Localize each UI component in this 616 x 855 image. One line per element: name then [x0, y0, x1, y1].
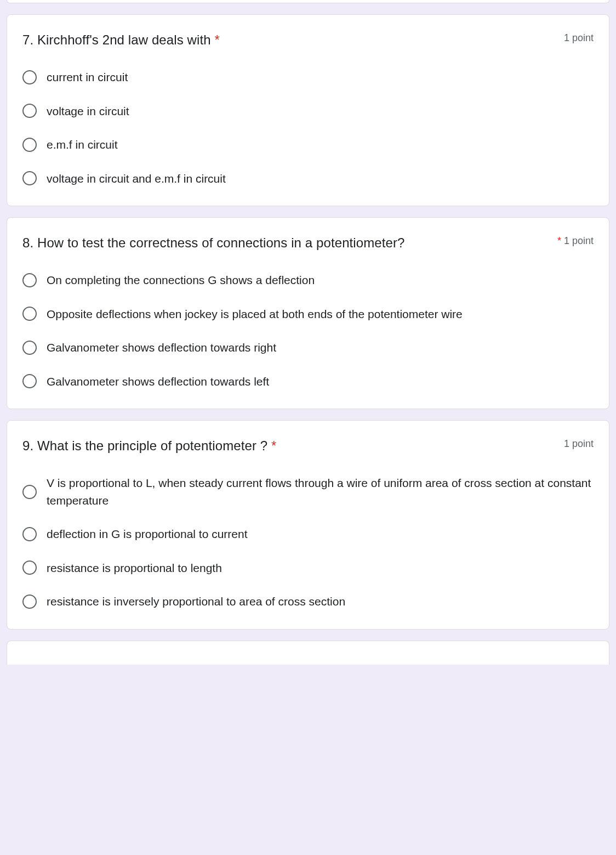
radio-option[interactable]: Opposite deflections when jockey is plac…	[22, 305, 594, 323]
options-group: On completing the connections G shows a …	[22, 271, 594, 390]
option-label: voltage in circuit	[47, 103, 129, 120]
question-text: 7. Kirchhoff's 2nd law deals with	[22, 32, 214, 47]
options-group: V is proportional to L, when steady curr…	[22, 474, 594, 610]
radio-icon	[22, 138, 37, 152]
question-text: 9. What is the principle of potentiomete…	[22, 438, 271, 453]
radio-option[interactable]: Galvanometer shows deflection towards le…	[22, 373, 594, 390]
question-header: 7. Kirchhoff's 2nd law deals with * 1 po…	[22, 30, 594, 50]
required-asterisk: *	[271, 438, 276, 453]
options-group: current in circuit voltage in circuit e.…	[22, 69, 594, 187]
option-label: Opposite deflections when jockey is plac…	[47, 305, 463, 323]
points-text: 1 point	[564, 235, 594, 246]
radio-icon	[22, 341, 37, 355]
points-label: * 1 point	[557, 235, 594, 247]
radio-option[interactable]: voltage in circuit	[22, 103, 594, 120]
radio-option[interactable]: Galvanometer shows deflection towards ri…	[22, 339, 594, 356]
question-card-7: 7. Kirchhoff's 2nd law deals with * 1 po…	[7, 14, 609, 206]
radio-option[interactable]: voltage in circuit and e.m.f in circuit	[22, 170, 594, 188]
question-title: 8. How to test the correctness of connec…	[22, 233, 557, 253]
option-label: resistance is proportional to length	[47, 559, 222, 577]
question-header: 8. How to test the correctness of connec…	[22, 233, 594, 253]
option-label: Galvanometer shows deflection towards le…	[47, 373, 269, 390]
previous-card-stub	[7, 0, 609, 3]
question-title: 7. Kirchhoff's 2nd law deals with *	[22, 30, 564, 50]
radio-icon	[22, 485, 37, 499]
option-label: current in circuit	[47, 69, 128, 86]
radio-icon	[22, 374, 37, 388]
radio-icon	[22, 527, 37, 541]
radio-icon	[22, 104, 37, 118]
radio-option[interactable]: e.m.f in circuit	[22, 136, 594, 154]
radio-option[interactable]: deflection in G is proportional to curre…	[22, 525, 594, 543]
radio-option[interactable]: current in circuit	[22, 69, 594, 86]
radio-option[interactable]: resistance is proportional to length	[22, 559, 594, 577]
radio-option[interactable]: resistance is inversely proportional to …	[22, 593, 594, 610]
radio-icon	[22, 307, 37, 321]
points-label: 1 point	[564, 32, 594, 44]
option-label: V is proportional to L, when steady curr…	[47, 474, 594, 509]
required-asterisk: *	[557, 235, 561, 246]
option-label: resistance is inversely proportional to …	[47, 593, 345, 610]
points-label: 1 point	[564, 438, 594, 450]
question-title: 9. What is the principle of potentiomete…	[22, 436, 564, 456]
option-label: Galvanometer shows deflection towards ri…	[47, 339, 276, 356]
option-label: On completing the connections G shows a …	[47, 271, 315, 289]
radio-option[interactable]: On completing the connections G shows a …	[22, 271, 594, 289]
option-label: e.m.f in circuit	[47, 136, 118, 154]
question-header: 9. What is the principle of potentiomete…	[22, 436, 594, 456]
next-card-stub	[7, 641, 609, 665]
question-card-9: 9. What is the principle of potentiomete…	[7, 420, 609, 630]
question-card-8: 8. How to test the correctness of connec…	[7, 217, 609, 409]
option-label: deflection in G is proportional to curre…	[47, 525, 248, 543]
radio-option[interactable]: V is proportional to L, when steady curr…	[22, 474, 594, 509]
radio-icon	[22, 273, 37, 287]
radio-icon	[22, 594, 37, 609]
radio-icon	[22, 560, 37, 575]
required-asterisk: *	[214, 32, 219, 47]
radio-icon	[22, 171, 37, 185]
radio-icon	[22, 70, 37, 84]
option-label: voltage in circuit and e.m.f in circuit	[47, 170, 226, 188]
question-text: 8. How to test the correctness of connec…	[22, 235, 405, 250]
